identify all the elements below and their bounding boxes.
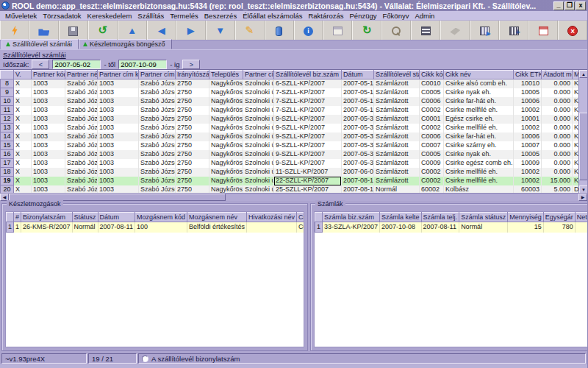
undo-button[interactable] bbox=[88, 21, 118, 40]
cell[interactable]: Számlázott bbox=[374, 124, 420, 132]
cell[interactable]: Szolnoki út 23. bbox=[243, 97, 274, 106]
column-header-6[interactable]: Település bbox=[209, 71, 243, 79]
vertical-scroll-thumb[interactable] bbox=[579, 113, 588, 180]
cell[interactable]: 0.000 bbox=[542, 88, 573, 97]
cell[interactable]: 2750 bbox=[176, 168, 209, 177]
column-header-1[interactable]: Számla kelte bbox=[380, 213, 422, 222]
menu-item-7[interactable]: Raktározás bbox=[305, 12, 346, 20]
cell[interactable]: C0001 bbox=[420, 115, 444, 124]
cell[interactable]: Szabó József bbox=[139, 159, 176, 168]
column-header-3[interactable]: Dátum bbox=[98, 213, 135, 222]
calendar-button[interactable] bbox=[323, 21, 352, 40]
menu-item-0[interactable]: Műveletek bbox=[2, 12, 40, 20]
cell[interactable]: 1003 bbox=[98, 124, 139, 132]
cell[interactable]: Szabó József bbox=[139, 132, 176, 141]
column-header-2[interactable]: Számla telj. bbox=[421, 213, 459, 222]
cell[interactable]: Szabó József bbox=[65, 88, 98, 97]
cell[interactable]: Szabó József bbox=[139, 97, 176, 106]
column-header-10[interactable]: Szállítólevél státusz bbox=[374, 71, 420, 79]
clear-button[interactable] bbox=[440, 21, 470, 40]
cell[interactable]: Szabó József bbox=[65, 132, 98, 141]
scroll-up-button[interactable]: ▲ bbox=[579, 70, 588, 78]
cell[interactable]: Normál bbox=[459, 222, 508, 233]
cell[interactable]: 2750 bbox=[176, 177, 209, 185]
cell[interactable]: Csirke nyak eh. bbox=[444, 150, 514, 159]
cell[interactable]: 2007-05-14 bbox=[342, 79, 374, 88]
cell[interactable]: C0002 bbox=[420, 168, 444, 177]
cell[interactable]: 0.000 bbox=[542, 168, 573, 177]
cell[interactable]: 10009 bbox=[514, 159, 542, 168]
column-header-6[interactable]: Hivatkozási név bbox=[247, 213, 297, 222]
cell[interactable]: 10010 bbox=[514, 79, 542, 88]
cell[interactable]: 1003 bbox=[32, 159, 65, 168]
column-header-7[interactable]: Cikk kód bbox=[297, 213, 304, 222]
cell[interactable]: Szolnoki út 23. bbox=[243, 106, 274, 115]
cell[interactable]: 1 bbox=[14, 222, 21, 233]
cell[interactable]: C0007 bbox=[420, 141, 444, 150]
cell[interactable]: Szabó József bbox=[65, 115, 98, 124]
cell[interactable]: X bbox=[14, 177, 32, 185]
cell[interactable]: 2007-05-30 bbox=[342, 132, 374, 141]
menu-item-5[interactable]: Beszerzés bbox=[201, 12, 240, 20]
cell[interactable]: X bbox=[14, 168, 32, 177]
row-number[interactable]: 13 bbox=[1, 124, 14, 132]
cell[interactable]: 2750 bbox=[176, 141, 209, 150]
column-header-9[interactable]: Dátum bbox=[342, 71, 374, 79]
cell[interactable]: 10007 bbox=[514, 141, 542, 150]
vertical-scrollbar[interactable]: ▲ ▼ bbox=[578, 70, 587, 194]
cell[interactable]: Számlázott bbox=[374, 141, 420, 150]
cell[interactable]: 0.000 bbox=[542, 132, 573, 141]
minimize-button[interactable]: _ bbox=[553, 1, 564, 10]
cell[interactable]: 2007-05-30 bbox=[342, 124, 374, 132]
cell[interactable]: Szabó József bbox=[65, 106, 98, 115]
cell[interactable]: 1003 bbox=[32, 124, 65, 132]
column-header-0[interactable]: V. bbox=[14, 71, 32, 79]
cell[interactable]: 0.000 bbox=[542, 141, 573, 150]
cell[interactable]: Szolnoki út 23. bbox=[243, 79, 274, 88]
cell[interactable]: C0006 bbox=[420, 132, 444, 141]
cell[interactable]: Szabó József bbox=[139, 177, 176, 185]
cell[interactable]: 2750 bbox=[176, 132, 209, 141]
cell[interactable]: 11 700 bbox=[575, 222, 588, 233]
cell[interactable]: Csirke far-hát eh. bbox=[444, 97, 514, 106]
cell[interactable]: C0002 bbox=[420, 124, 444, 132]
cell[interactable]: 1003 bbox=[32, 106, 65, 115]
cell[interactable]: Szabó József bbox=[65, 124, 98, 132]
cell[interactable]: 10001 bbox=[514, 115, 542, 124]
cell[interactable]: X bbox=[14, 159, 32, 168]
cell[interactable]: Csirke mellfilé eh. bbox=[444, 177, 514, 185]
row-number[interactable]: 19 bbox=[1, 177, 14, 185]
column-header-2[interactable]: Partner név bbox=[65, 71, 98, 79]
info-button[interactable] bbox=[294, 21, 323, 40]
column-header-2[interactable]: Státusz bbox=[72, 213, 98, 222]
cell[interactable]: Számlázott bbox=[374, 106, 420, 115]
cell[interactable]: 1003 bbox=[98, 159, 139, 168]
cell[interactable]: 26-KMS-R/2007 bbox=[21, 222, 73, 233]
cell[interactable]: 22-SZLL-KP/2007 bbox=[274, 177, 342, 185]
cell[interactable]: 1003 bbox=[98, 150, 139, 159]
exit-button[interactable] bbox=[558, 21, 587, 40]
cell[interactable]: 1003 bbox=[98, 97, 139, 106]
cell[interactable]: 33-SZLA-KP/2007 bbox=[323, 222, 380, 233]
cell[interactable]: X bbox=[14, 79, 32, 88]
cell[interactable]: Nagykőrös bbox=[209, 106, 243, 115]
row-number[interactable]: 1 bbox=[7, 222, 14, 233]
cell[interactable]: Szabó József bbox=[139, 124, 176, 132]
cell[interactable]: Szabó József bbox=[139, 115, 176, 124]
restore-button[interactable]: ❐ bbox=[564, 1, 575, 10]
cell[interactable]: Nagykőrös bbox=[209, 150, 243, 159]
cell[interactable]: C0009 bbox=[420, 159, 444, 168]
column-header-0[interactable]: # bbox=[14, 213, 21, 222]
cell[interactable]: 2007-06-01 bbox=[342, 168, 374, 177]
cell[interactable]: Egész csirke eh. bbox=[444, 115, 514, 124]
cell[interactable]: 1003 bbox=[98, 106, 139, 115]
previous-record-button[interactable] bbox=[147, 21, 176, 40]
cell[interactable]: Számlázott bbox=[374, 115, 420, 124]
cell[interactable]: 2007-05-17 bbox=[342, 88, 374, 97]
cell[interactable]: 0.000 bbox=[542, 97, 573, 106]
period-next-button[interactable]: > bbox=[182, 60, 200, 69]
tab-szallitolevel-szamlai[interactable]: Szállítólevél számlái bbox=[1, 39, 79, 49]
cell[interactable]: Szabó József bbox=[139, 106, 176, 115]
column-header-4[interactable]: Mozgásnem kód bbox=[135, 213, 187, 222]
delivery-note-radio[interactable] bbox=[142, 355, 148, 362]
